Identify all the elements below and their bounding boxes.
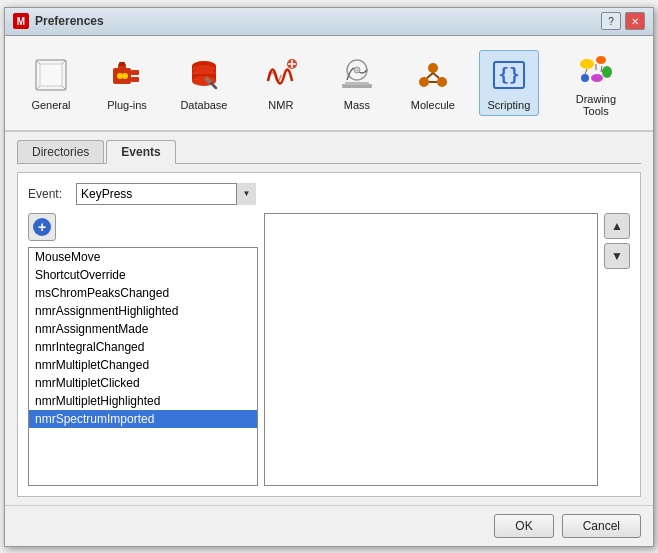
ok-button[interactable]: OK xyxy=(494,514,553,538)
database-icon xyxy=(184,55,224,95)
main-section: + MouseMove ShortcutOverride msChromPeak… xyxy=(28,213,630,486)
svg-point-36 xyxy=(602,66,612,78)
icon-drawing[interactable]: Drawing Tools xyxy=(555,44,637,122)
general-label: General xyxy=(31,99,70,111)
svg-line-39 xyxy=(585,69,587,74)
content-area: Directories Events Event: KeyPress Mouse… xyxy=(5,132,653,505)
list-item[interactable]: nmrMultipletClicked xyxy=(29,374,257,392)
icon-molecule[interactable]: Molecule xyxy=(403,50,463,116)
list-item[interactable]: ShortcutOverride xyxy=(29,266,257,284)
icon-scripting[interactable]: {} Scripting xyxy=(479,50,539,116)
svg-point-34 xyxy=(580,59,594,69)
event-list[interactable]: MouseMove ShortcutOverride msChromPeaksC… xyxy=(28,247,258,486)
list-item[interactable]: nmrIntegralChanged xyxy=(29,338,257,356)
icon-nmr[interactable]: NMR xyxy=(251,50,311,116)
add-btn-row: + xyxy=(28,213,258,241)
mass-icon xyxy=(337,55,377,95)
svg-line-29 xyxy=(427,73,433,78)
plugins-icon xyxy=(107,55,147,95)
svg-rect-8 xyxy=(119,62,125,66)
event-select-wrapper: KeyPress MouseMove ShortcutOverride msCh… xyxy=(76,183,256,205)
app-icon: M xyxy=(13,13,29,29)
svg-point-37 xyxy=(591,74,603,82)
bottom-bar: OK Cancel xyxy=(5,505,653,546)
event-row: Event: KeyPress MouseMove ShortcutOverri… xyxy=(28,183,630,205)
move-up-button[interactable]: ▲ xyxy=(604,213,630,239)
event-select[interactable]: KeyPress MouseMove ShortcutOverride msCh… xyxy=(76,183,256,205)
svg-rect-9 xyxy=(131,70,139,75)
tab-bar: Directories Events xyxy=(17,140,641,164)
icon-plugins[interactable]: Plug-ins xyxy=(97,50,157,116)
drawing-icon xyxy=(576,49,616,89)
cancel-button[interactable]: Cancel xyxy=(562,514,641,538)
right-section: ▲ ▼ xyxy=(264,213,630,486)
list-item[interactable]: msChromPeaksChanged xyxy=(29,284,257,302)
list-item[interactable]: nmrMultipletHighlighted xyxy=(29,392,257,410)
svg-rect-10 xyxy=(131,77,139,82)
general-icon xyxy=(31,55,71,95)
list-item[interactable]: nmrAssignmentMade xyxy=(29,320,257,338)
molecule-icon xyxy=(413,55,453,95)
icon-database[interactable]: Database xyxy=(173,50,235,116)
svg-point-38 xyxy=(581,74,589,82)
svg-point-26 xyxy=(428,63,438,73)
scripting-label: Scripting xyxy=(487,99,530,111)
list-item-selected[interactable]: nmrSpectrumImported xyxy=(29,410,257,428)
plugins-label: Plug-ins xyxy=(107,99,147,111)
molecule-label: Molecule xyxy=(411,99,455,111)
icon-general[interactable]: General xyxy=(21,50,81,116)
svg-rect-1 xyxy=(40,64,62,86)
svg-line-30 xyxy=(433,73,439,78)
list-item[interactable]: nmrMultipletChanged xyxy=(29,356,257,374)
right-buttons: ▲ ▼ xyxy=(604,213,630,486)
svg-point-35 xyxy=(596,56,606,64)
icon-mass[interactable]: Mass xyxy=(327,50,387,116)
svg-point-12 xyxy=(122,73,128,79)
list-item[interactable]: nmrAssignmentHighlighted xyxy=(29,302,257,320)
svg-line-41 xyxy=(601,66,602,72)
title-bar: M Preferences ? ✕ xyxy=(5,8,653,36)
scripting-icon: {} xyxy=(489,55,529,95)
tab-events[interactable]: Events xyxy=(106,140,175,164)
nmr-label: NMR xyxy=(268,99,293,111)
nmr-icon xyxy=(261,55,301,95)
list-item[interactable]: MouseMove xyxy=(29,248,257,266)
drawing-tools-label: Drawing Tools xyxy=(564,93,628,117)
event-label: Event: xyxy=(28,187,68,201)
help-button[interactable]: ? xyxy=(601,12,621,30)
window-title: Preferences xyxy=(35,14,601,28)
preferences-window: M Preferences ? ✕ General xyxy=(4,7,654,547)
svg-line-20 xyxy=(211,83,216,88)
tab-content-events: Event: KeyPress MouseMove ShortcutOverri… xyxy=(17,172,641,497)
title-controls: ? ✕ xyxy=(601,12,645,30)
tab-directories[interactable]: Directories xyxy=(17,140,104,163)
left-section: + MouseMove ShortcutOverride msChromPeak… xyxy=(28,213,258,486)
database-label: Database xyxy=(180,99,227,111)
move-down-button[interactable]: ▼ xyxy=(604,243,630,269)
mass-label: Mass xyxy=(344,99,370,111)
icon-bar: General Plug-ins xyxy=(5,36,653,132)
add-button[interactable]: + xyxy=(28,213,56,241)
svg-point-25 xyxy=(354,67,360,73)
svg-text:{}: {} xyxy=(498,64,520,85)
svg-text:+: + xyxy=(38,219,46,235)
svg-rect-24 xyxy=(345,82,369,85)
close-button[interactable]: ✕ xyxy=(625,12,645,30)
script-editor[interactable] xyxy=(264,213,598,486)
